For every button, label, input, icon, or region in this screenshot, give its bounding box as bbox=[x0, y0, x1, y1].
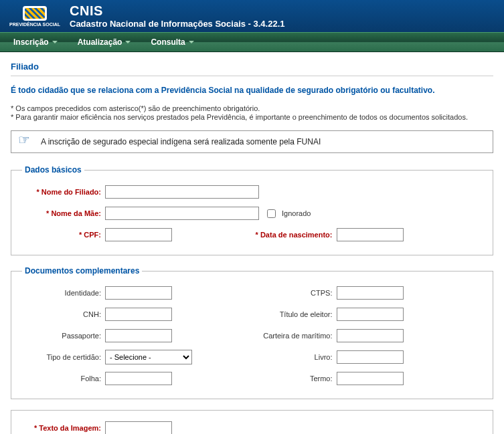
header-title-block: CNIS Cadastro Nacional de Informações So… bbox=[70, 3, 285, 29]
content: Filiado É todo cidadão que se relaciona … bbox=[0, 52, 504, 434]
intro-text: É todo cidadão que se relaciona com a Pr… bbox=[11, 86, 493, 95]
notes: * Os campos precedidos com asterisco(*) … bbox=[11, 104, 493, 121]
menu-inscricao[interactable]: Inscrição bbox=[7, 35, 64, 49]
captcha-label: * Texto da Imagem: bbox=[21, 424, 101, 432]
chevron-down-icon bbox=[189, 41, 194, 43]
data-nascimento-label: * Data de nascimento: bbox=[252, 231, 333, 239]
logo: PREVIDÊNCIA SOCIAL bbox=[8, 3, 62, 29]
folha-input[interactable] bbox=[105, 372, 172, 385]
passaporte-input[interactable] bbox=[105, 329, 172, 342]
menu-consulta-label: Consulta bbox=[151, 37, 185, 47]
ignorado-checkbox[interactable] bbox=[267, 209, 276, 218]
app-title: CNIS bbox=[70, 3, 285, 19]
app-subtitle: Cadastro Nacional de Informações Sociais… bbox=[70, 19, 285, 29]
alert-box: A inscrição de segurado especial indígen… bbox=[11, 130, 493, 153]
ctps-input[interactable] bbox=[337, 286, 404, 300]
menu-atualizacao-label: Atualização bbox=[78, 37, 122, 47]
titulo-label: Título de eleitor: bbox=[252, 310, 333, 318]
termo-label: Termo: bbox=[252, 374, 333, 383]
folha-label: Folha: bbox=[21, 374, 101, 383]
livro-input[interactable] bbox=[337, 350, 404, 364]
docs-fieldset: Documentos complementares Identidade: CT… bbox=[11, 266, 493, 399]
cnh-input[interactable] bbox=[105, 308, 172, 321]
chevron-down-icon bbox=[125, 41, 131, 43]
basics-legend: Dados básicos bbox=[22, 165, 84, 175]
cpf-input[interactable] bbox=[105, 228, 172, 241]
basics-fieldset: Dados básicos * Nome do Filiado: * Nome … bbox=[11, 165, 493, 255]
menu-inscricao-label: Inscrição bbox=[13, 37, 49, 47]
identidade-input[interactable] bbox=[105, 286, 172, 300]
note-efficiency: * Para garantir maior eficiência nos ser… bbox=[11, 113, 493, 121]
pointing-hand-icon bbox=[18, 136, 35, 147]
note-required: * Os campos precedidos com asterisco(*) … bbox=[11, 104, 493, 112]
passaporte-label: Passaporte: bbox=[21, 332, 101, 340]
nome-filiado-input[interactable] bbox=[105, 185, 259, 199]
carteira-input[interactable] bbox=[337, 329, 404, 342]
logo-text: PREVIDÊNCIA SOCIAL bbox=[9, 22, 60, 27]
menu-consulta[interactable]: Consulta bbox=[144, 35, 200, 49]
cnh-label: CNH: bbox=[21, 310, 101, 318]
livro-label: Livro: bbox=[252, 353, 333, 361]
alert-text: A inscrição de segurado especial indígen… bbox=[41, 137, 321, 146]
app-header: PREVIDÊNCIA SOCIAL CNIS Cadastro Naciona… bbox=[0, 0, 504, 32]
tipo-certidao-label: Tipo de certidão: bbox=[21, 353, 101, 361]
carteira-label: Carteira de marítimo: bbox=[252, 332, 333, 340]
menubar: Inscrição Atualização Consulta bbox=[0, 32, 504, 52]
nome-mae-input[interactable] bbox=[105, 207, 259, 220]
logo-icon bbox=[23, 6, 47, 21]
ctps-label: CTPS: bbox=[252, 289, 333, 297]
captcha-input[interactable] bbox=[105, 421, 172, 434]
chevron-down-icon bbox=[52, 41, 58, 43]
identidade-label: Identidade: bbox=[21, 289, 101, 297]
termo-input[interactable] bbox=[337, 372, 404, 385]
tipo-certidao-select[interactable]: - Selecione - bbox=[105, 350, 192, 364]
ignorado-label: Ignorado bbox=[282, 209, 311, 217]
data-nascimento-input[interactable] bbox=[337, 228, 404, 241]
titulo-input[interactable] bbox=[337, 308, 404, 321]
cpf-label: * CPF: bbox=[21, 231, 101, 239]
menu-atualizacao[interactable]: Atualização bbox=[71, 35, 138, 49]
page-heading: Filiado bbox=[11, 62, 493, 76]
nome-filiado-label: * Nome do Filiado: bbox=[21, 188, 101, 196]
docs-legend: Documentos complementares bbox=[22, 266, 142, 276]
captcha-fieldset: * Texto da Imagem: gSZw 🔊 ⟳ bbox=[11, 410, 493, 434]
nome-mae-label: * Nome da Mãe: bbox=[21, 209, 101, 217]
